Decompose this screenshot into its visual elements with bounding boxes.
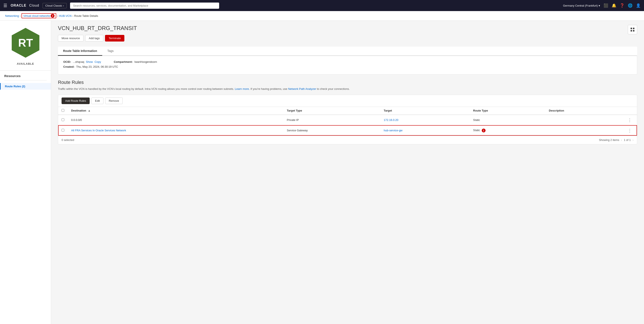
monitor-icon[interactable]: ⬛ bbox=[604, 3, 608, 8]
table-row: 0.0.0.0/0 Private IP 172.16.0.20 Static … bbox=[58, 115, 637, 125]
sidebar-item-route-rules[interactable]: Route Rules (2) bbox=[0, 83, 51, 90]
title-row: VCN_HUB_RT_DRG_TRANSIT bbox=[58, 25, 637, 35]
breadcrumb-vcn[interactable]: Virtual cloud networks bbox=[23, 14, 50, 17]
header-select-all[interactable] bbox=[58, 107, 68, 115]
row2-destination[interactable]: All FRA Services In Oracle Services Netw… bbox=[68, 125, 284, 136]
table-body: 0.0.0.0/0 Private IP 172.16.0.20 Static … bbox=[58, 115, 637, 136]
network-path-analyzer-link[interactable]: Network Path Analyzer bbox=[288, 87, 316, 90]
user-avatar[interactable]: 👤 bbox=[636, 3, 640, 8]
main-content: VCN_HUB_RT_DRG_TRANSIT Move resource Add… bbox=[51, 21, 644, 324]
move-resource-button[interactable]: Move resource bbox=[58, 35, 84, 41]
info-row-1: OCID: ...ohqcaq Show Copy Compartment: I… bbox=[63, 60, 632, 63]
sort-icon-destination: ▲ bbox=[88, 109, 90, 112]
row2-menu-icon[interactable]: ⋮ bbox=[626, 127, 634, 134]
ocid-value: ...ohqcaq bbox=[73, 60, 84, 63]
created-field: Created: Thu, May 23, 2024, 06:30:19 UTC bbox=[63, 65, 118, 68]
select-all-checkbox[interactable] bbox=[62, 109, 64, 112]
tab-route-table-information[interactable]: Route Table Information bbox=[58, 47, 102, 56]
page-prev[interactable]: ‹ bbox=[621, 138, 622, 142]
compartment-field: Compartment: IwanHoogendoorn bbox=[114, 60, 157, 63]
row2-target-type: Service Gateway bbox=[284, 125, 380, 136]
vcn-badge: 2 bbox=[51, 14, 54, 18]
globe-icon[interactable]: 🌐 bbox=[628, 3, 632, 8]
table-header: Destination ▲ Target Type Target Route T… bbox=[58, 107, 637, 115]
sidebar: RT AVAILABLE Resources Route Rules (2) bbox=[0, 21, 51, 324]
ocid-copy-link[interactable]: Copy bbox=[94, 60, 101, 63]
page-next[interactable]: › bbox=[632, 138, 634, 142]
resources-title: Resources bbox=[0, 74, 51, 80]
help-icon[interactable]: ❓ bbox=[620, 3, 624, 8]
row2-target-link[interactable]: hub-service-gw bbox=[384, 129, 402, 132]
add-tags-button[interactable]: Add tags bbox=[85, 35, 103, 41]
selected-count: 0 selected bbox=[62, 138, 74, 142]
region-selector[interactable]: Germany Central (Frankfurt) ▾ bbox=[563, 4, 600, 7]
sidebar-divider2 bbox=[4, 80, 47, 80]
header-description: Description bbox=[546, 107, 622, 115]
page-info: 1 of 1 bbox=[624, 138, 631, 142]
route-rules-table-container: Add Route Rules Edit Remove Destination … bbox=[58, 95, 637, 144]
ocid-show-link[interactable]: Show bbox=[86, 60, 93, 63]
edit-button[interactable]: Edit bbox=[91, 97, 103, 104]
tab-bar: Route Table Information Tags bbox=[58, 47, 637, 56]
header-target-type: Target Type bbox=[284, 107, 380, 115]
header-target: Target bbox=[380, 107, 470, 115]
grid-view-button[interactable] bbox=[628, 25, 637, 34]
header-destination[interactable]: Destination ▲ bbox=[68, 107, 284, 115]
search-input[interactable] bbox=[70, 2, 219, 9]
row1-menu-icon[interactable]: ⋮ bbox=[626, 117, 634, 123]
breadcrumb-networking[interactable]: Networking bbox=[5, 14, 19, 17]
nav-icons: ⬛ 🔔 ❓ 🌐 👤 bbox=[604, 3, 640, 8]
status-badge: AVAILABLE bbox=[17, 62, 34, 65]
resource-icon: RT bbox=[8, 26, 42, 60]
page-title: VCN_HUB_RT_DRG_TRANSIT bbox=[58, 25, 137, 31]
header-route-type: Route Type bbox=[470, 107, 546, 115]
breadcrumb: Networking › Virtual cloud networks 2 › … bbox=[0, 11, 644, 21]
ocid-label: OCID: bbox=[63, 60, 71, 63]
nav-right-section: Germany Central (Frankfurt) ▾ ⬛ 🔔 ❓ 🌐 👤 bbox=[563, 3, 640, 8]
row1-checkbox-cell[interactable] bbox=[58, 115, 68, 125]
row1-target-link[interactable]: 172.16.0.20 bbox=[384, 118, 398, 122]
main-layout: RT AVAILABLE Resources Route Rules (2) V… bbox=[0, 21, 644, 324]
tab-tags[interactable]: Tags bbox=[102, 47, 119, 56]
row1-destination: 0.0.0.0/0 bbox=[68, 115, 284, 125]
svg-rect-5 bbox=[633, 30, 634, 31]
row2-checkbox[interactable] bbox=[62, 129, 64, 132]
row1-checkbox[interactable] bbox=[62, 118, 64, 121]
table-row: All FRA Services In Oracle Services Netw… bbox=[58, 125, 637, 136]
hamburger-menu-icon[interactable]: ☰ bbox=[4, 3, 7, 8]
row1-menu[interactable]: ⋮ bbox=[622, 115, 637, 125]
cloud-classic-button[interactable]: Cloud Classic › bbox=[42, 3, 67, 8]
row2-description bbox=[546, 125, 622, 136]
row1-target[interactable]: 172.16.0.20 bbox=[380, 115, 470, 125]
ocid-field: OCID: ...ohqcaq Show Copy bbox=[63, 60, 101, 63]
route-rules-description: Traffic within the VCN is handled by the… bbox=[58, 87, 637, 91]
breadcrumb-sep2: › bbox=[57, 14, 58, 17]
created-label: Created: bbox=[63, 65, 74, 68]
row1-description bbox=[546, 115, 622, 125]
breadcrumb-current: Route Table Details bbox=[74, 14, 98, 17]
row2-badge: 1 bbox=[482, 129, 486, 132]
compartment-label: Compartment: bbox=[114, 60, 133, 63]
row2-checkbox-cell[interactable] bbox=[58, 125, 68, 136]
row2-destination-link[interactable]: All FRA Services In Oracle Services Netw… bbox=[71, 129, 126, 132]
row2-route-type: Static 1 bbox=[470, 125, 546, 136]
hexagon-svg: RT bbox=[8, 26, 42, 60]
add-route-rules-button[interactable]: Add Route Rules bbox=[62, 97, 90, 104]
row1-target-type: Private IP bbox=[284, 115, 380, 125]
compartment-value: IwanHoogendoorn bbox=[134, 60, 157, 63]
breadcrumb-sep3: › bbox=[72, 14, 73, 17]
created-value: Thu, May 23, 2024, 06:30:19 UTC bbox=[76, 65, 118, 68]
action-bar: Move resource Add tags Terminate bbox=[58, 35, 637, 41]
oracle-logo: ORACLE Cloud bbox=[11, 3, 39, 7]
row2-target[interactable]: hub-service-gw bbox=[380, 125, 470, 136]
learn-more-link[interactable]: Learn more. bbox=[235, 87, 250, 90]
sidebar-divider bbox=[0, 70, 51, 71]
breadcrumb-hub-vcn[interactable]: HUB-VCN bbox=[59, 14, 72, 17]
breadcrumb-sep1: › bbox=[20, 14, 21, 17]
pagination: Showing 2 items ‹ 1 of 1 › bbox=[599, 138, 634, 142]
terminate-button[interactable]: Terminate bbox=[105, 35, 124, 41]
bell-icon[interactable]: 🔔 bbox=[612, 3, 616, 8]
svg-rect-2 bbox=[630, 28, 632, 29]
row2-menu[interactable]: ⋮ bbox=[622, 125, 637, 136]
remove-button[interactable]: Remove bbox=[105, 97, 123, 104]
